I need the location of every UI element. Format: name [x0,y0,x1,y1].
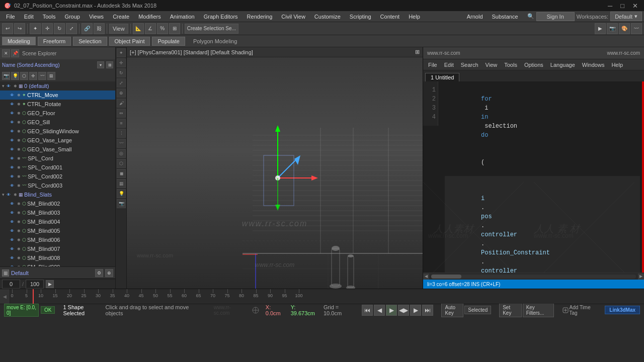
script-menu-language[interactable]: Language [547,61,578,69]
tree-item-sm_blind006[interactable]: 👁❄⬡SM_Blind006 [0,235,115,244]
tree-item-spl_cord003[interactable]: 👁❄〰SPL_Cord003 [0,181,115,190]
menu-help[interactable]: Help [405,13,424,21]
tree-item-geo_floor[interactable]: 👁❄⬡GEO_Floor [0,109,115,118]
menu-arnold[interactable]: Arnold [463,13,487,21]
unlink-button[interactable]: ⛓ [94,23,105,34]
script-menu-view[interactable]: View [482,61,501,69]
menu-create[interactable]: Create [109,13,133,21]
menu-tools[interactable]: Tools [39,13,60,21]
tree-item-sm_blind007[interactable]: 👁❄⬡SM_Blind007 [0,244,115,253]
menu-animation[interactable]: Animation [166,13,199,21]
playhead[interactable] [33,289,34,304]
scene-icon-light[interactable]: 💡 [11,72,19,80]
isolate-icon[interactable]: ◎ [117,149,126,158]
auto-key-button[interactable]: Auto Key [441,303,463,317]
render-frame-button[interactable]: 📷 [607,23,618,34]
tree-item-geo_sill[interactable]: 👁❄⬡GEO_Sill [0,118,115,127]
mirror-icon[interactable]: ⇔ [117,109,126,118]
scene-tree[interactable]: ▾👁❄▦0 (default)👁❄✦CTRL_Move👁❄✦CTRL_Rotat… [0,81,115,266]
scroll-right-button[interactable]: ▶ [638,274,644,280]
link3dmax-logo[interactable]: Link3dMax [605,306,640,314]
go-to-end-button[interactable]: ⏭ [422,305,433,316]
curve-icon[interactable]: 〰 [117,139,126,148]
scroll-track[interactable] [431,275,636,279]
menu-graph-editors[interactable]: Graph Editors [200,13,242,21]
undo-button[interactable]: ↩ [2,23,13,34]
set-key-button[interactable]: Set Key [499,303,521,317]
menu-scripting[interactable]: Scripting [346,13,375,21]
camera-icon[interactable]: 📷 [117,199,126,208]
tree-item-geo_vase_small[interactable]: 👁❄⬡GEO_Vase_Small [0,145,115,154]
scale-icon[interactable]: ⤢ [117,78,126,87]
angle-snap[interactable]: ∠ [145,23,156,34]
script-horizontal-scrollbar[interactable]: ◀ ▶ [423,273,644,280]
align-icon[interactable]: ≡ [117,119,126,128]
spinner-snap[interactable]: ⊞ [169,23,180,34]
shader-icon[interactable]: ◼ [117,169,126,178]
prev-frame-button[interactable]: ◀ [374,305,385,316]
material-editor-button[interactable]: 🎨 [619,23,630,34]
close-button[interactable]: ✕ [630,2,640,10]
go-to-start-button[interactable]: ⏮ [362,305,373,316]
hierarchy-icon[interactable]: ⋮ [117,129,126,138]
tree-item-sm_blind003[interactable]: 👁❄⬡SM_Blind003 [0,208,115,217]
link-button[interactable]: 🔗 [82,23,93,34]
tree-item-spl_cord002[interactable]: 👁❄〰SPL_Cord002 [0,172,115,181]
filter-dropdown-button[interactable]: ▾ [97,61,104,68]
tab-object-paint[interactable]: Object Paint [109,37,150,46]
tree-item-sm_blind002[interactable]: 👁❄⬡SM_Blind002 [0,199,115,208]
tree-item-spl_cord[interactable]: 👁❄〰SPL_Cord [0,154,115,163]
light-icon[interactable]: 💡 [117,189,126,198]
percent-snap[interactable]: % [157,23,168,34]
create-selection-button[interactable]: Create Selection Se... [185,24,238,34]
script-editor-body[interactable]: 1 2 3 4 for i in selection do ( [423,81,644,273]
menu-rendering[interactable]: Rendering [243,13,277,21]
layer-config-button[interactable]: ⚙ [95,269,103,277]
select-icon[interactable]: ✦ [117,48,126,57]
tab-populate[interactable]: Populate [152,37,185,46]
next-frame-button[interactable]: ▶ [410,305,421,316]
menu-edit[interactable]: Edit [20,13,38,21]
snap-toggle[interactable]: 📐 [133,23,144,34]
tree-item-geo_vase_large[interactable]: 👁❄⬡GEO_Vase_Large [0,136,115,145]
tab-freeform[interactable]: Freeform [38,37,71,46]
scene-pin-button[interactable]: 📌 [11,49,19,57]
play-reverse-button[interactable]: ◀▶ [398,305,409,316]
tree-item-ctrl_rotate[interactable]: 👁❄✦CTRL_Rotate [0,100,115,109]
tree-item-spl_cord001[interactable]: 👁❄〰SPL_Cord001 [0,163,115,172]
maximize-button[interactable]: □ [618,2,626,10]
script-menu-options[interactable]: Options [521,61,546,69]
tree-item-geo_sliding_window[interactable]: 👁❄⬡GEO_SlidingWindow [0,127,115,136]
script-tab-1[interactable]: 1 Untitled [425,73,459,81]
tree-item-blind_slats[interactable]: ▾👁❄▦Blind_Slats [0,190,115,199]
texture-icon[interactable]: ▦ [117,179,126,188]
menu-substance[interactable]: Substance [488,13,522,21]
menu-file[interactable]: File [2,13,19,21]
move-button[interactable]: ✛ [42,23,53,34]
place-icon[interactable]: ⊕ [117,88,126,98]
tree-item-sm_blind004[interactable]: 👁❄⬡SM_Blind004 [0,217,115,226]
scene-icon-geo[interactable]: ⬡ [20,72,28,80]
layer-add-button[interactable]: ⊕ [105,269,113,277]
script-menu-file[interactable]: File [425,61,440,69]
viewport-canvas[interactable]: www.rr-sc.com www.rr-sc.com www.rr-sc.co… [127,57,423,289]
tree-item-sm_blind005[interactable]: 👁❄⬡SM_Blind005 [0,226,115,235]
curve-editor-button[interactable]: 〰 [631,23,642,34]
move-icon[interactable]: ✛ [117,58,126,67]
script-menu-help[interactable]: Help [608,61,626,69]
scene-icon-camera[interactable]: 📷 [2,72,10,80]
rotate-button[interactable]: ↻ [54,23,65,34]
menu-group[interactable]: Group [60,13,84,21]
key-filters-button[interactable]: Key Filters... [523,303,554,317]
play-button[interactable]: ▶ [386,305,397,316]
script-menu-tools[interactable]: Tools [501,61,520,69]
timeline-track[interactable]: 0510152025303540455055606570758085909510… [10,289,644,304]
scene-close-button[interactable]: ✕ [2,49,10,57]
filter-floater-button[interactable]: ⊞ [106,61,113,68]
user-sign-in[interactable]: Sign In [536,12,575,21]
frame-end-input[interactable] [26,280,44,289]
menu-content[interactable]: Content [376,13,404,21]
tab-modeling[interactable]: Modeling [2,37,36,45]
tab-selection[interactable]: Selection [73,37,107,46]
layer-icon[interactable]: ▦ [2,269,9,277]
